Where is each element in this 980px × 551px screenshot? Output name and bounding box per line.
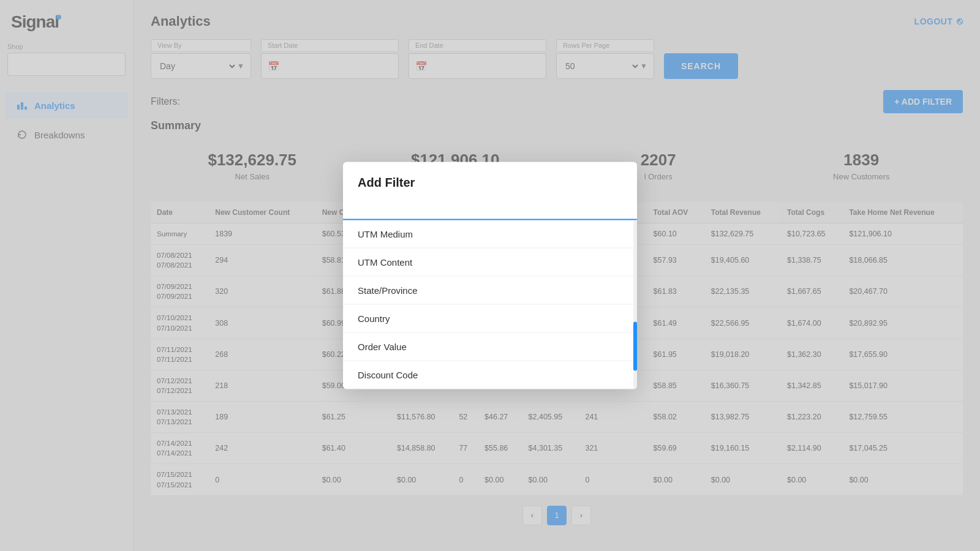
filter-option-item[interactable]: Discount Code <box>343 361 637 389</box>
filter-option-item[interactable]: Order Value <box>343 333 637 361</box>
filter-option-item[interactable]: State/Province <box>343 277 637 305</box>
modal-search-input[interactable] <box>353 200 627 214</box>
modal-scrollbar[interactable] <box>633 220 637 389</box>
modal-list: UTM MediumUTM ContentState/ProvinceCount… <box>343 220 637 389</box>
add-filter-modal: Add Filter UTM MediumUTM ContentState/Pr… <box>343 162 637 389</box>
modal-search-row <box>343 197 637 220</box>
filter-option-item[interactable]: UTM Content <box>343 249 637 277</box>
modal-title: Add Filter <box>343 162 637 197</box>
filter-option-item[interactable]: Country <box>343 305 637 333</box>
filter-option-item[interactable]: UTM Medium <box>343 220 637 249</box>
